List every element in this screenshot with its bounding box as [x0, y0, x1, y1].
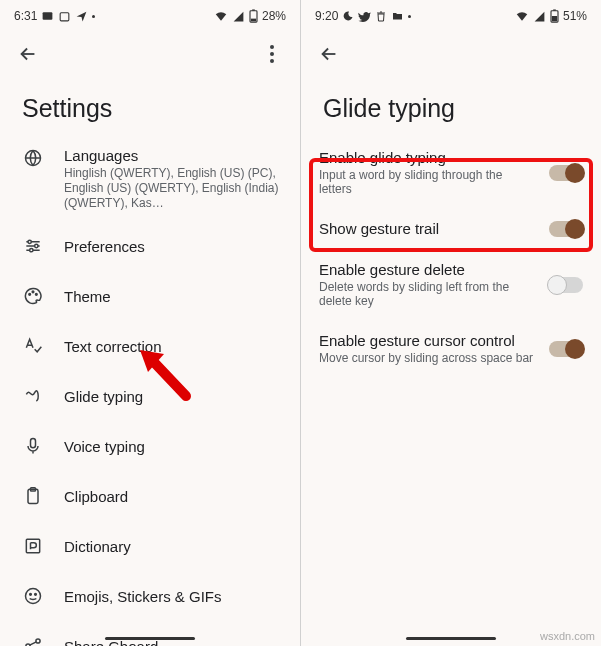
setting-gesture-delete[interactable]: Enable gesture delete Delete words by sl… [301, 249, 601, 320]
status-right: 28% [214, 9, 286, 23]
toolbar [301, 32, 601, 76]
dictionary-icon [22, 535, 44, 557]
svg-point-7 [270, 59, 274, 63]
globe-icon [22, 147, 44, 169]
svg-point-9 [28, 240, 31, 243]
signal-icon [232, 10, 245, 23]
svg-rect-29 [553, 9, 556, 10]
setting-title: Enable gesture delete [319, 261, 537, 278]
status-bar: 9:20 51% [301, 0, 601, 32]
page-title: Settings [0, 76, 300, 137]
setting-sub: Move cursor by sliding across space bar [319, 351, 537, 365]
status-right: 51% [515, 9, 587, 23]
sidebar-item-theme[interactable]: Theme [4, 271, 300, 321]
signal-icon [533, 10, 546, 23]
wifi-icon [214, 9, 228, 23]
mic-icon [22, 435, 44, 457]
spellcheck-icon [22, 335, 44, 357]
svg-rect-15 [31, 439, 36, 448]
status-left: 6:31 [14, 9, 95, 23]
svg-point-5 [270, 45, 274, 49]
item-title: Text correction [64, 338, 282, 355]
setting-title: Enable gesture cursor control [319, 332, 537, 349]
status-dot [92, 15, 95, 18]
nav-gesture-bar [406, 637, 496, 640]
item-title: Languages [64, 147, 282, 164]
gesture-icon [22, 385, 44, 407]
phone-right: 9:20 51% Glide typing Enable glide typin… [300, 0, 601, 646]
status-left: 9:20 [315, 9, 411, 23]
item-sub: Hinglish (QWERTY), English (US) (PC), En… [64, 166, 282, 211]
moon-icon [342, 10, 354, 22]
svg-point-21 [35, 594, 37, 596]
item-title: Preferences [64, 238, 282, 255]
toggle-cursor-control[interactable] [549, 341, 583, 357]
item-title: Theme [64, 288, 282, 305]
svg-point-14 [36, 294, 38, 296]
status-battery: 28% [262, 9, 286, 23]
svg-rect-4 [251, 19, 256, 22]
svg-point-12 [29, 294, 31, 296]
item-title: Dictionary [64, 538, 282, 555]
sidebar-item-text-correction[interactable]: Text correction [4, 321, 300, 371]
twitter-icon [358, 10, 371, 23]
emoji-icon [22, 585, 44, 607]
back-button[interactable] [12, 38, 44, 70]
svg-point-13 [32, 291, 34, 293]
folder-icon [391, 10, 404, 22]
setting-cursor-control[interactable]: Enable gesture cursor control Move curso… [301, 320, 601, 377]
svg-rect-1 [61, 12, 70, 20]
sliders-icon [22, 235, 44, 257]
sidebar-item-emojis[interactable]: Emojis, Stickers & GIFs [4, 571, 300, 621]
svg-point-6 [270, 52, 274, 56]
status-dot [408, 15, 411, 18]
calendar-icon [58, 10, 71, 23]
svg-point-19 [26, 589, 41, 604]
phone-left: 6:31 28% Settings Languages Hinglish (QW… [0, 0, 300, 646]
battery-icon [249, 9, 258, 23]
share-icon [22, 635, 44, 646]
watermark: wsxdn.com [540, 630, 595, 642]
svg-rect-3 [252, 9, 255, 10]
sidebar-item-preferences[interactable]: Preferences [4, 221, 300, 271]
annotation-highlight [309, 158, 593, 252]
status-bar: 6:31 28% [0, 0, 300, 32]
status-time: 9:20 [315, 9, 338, 23]
sidebar-item-languages[interactable]: Languages Hinglish (QWERTY), English (US… [4, 137, 300, 221]
svg-rect-18 [26, 539, 39, 552]
item-title: Glide typing [64, 388, 282, 405]
send-icon [75, 10, 88, 23]
nav-gesture-bar [105, 637, 195, 640]
back-button[interactable] [313, 38, 345, 70]
svg-point-10 [35, 244, 38, 247]
svg-point-20 [30, 594, 32, 596]
toolbar [0, 32, 300, 76]
svg-rect-0 [43, 12, 53, 20]
message-icon [41, 10, 54, 23]
toggle-gesture-delete[interactable] [549, 277, 583, 293]
status-battery: 51% [563, 9, 587, 23]
sidebar-item-voice-typing[interactable]: Voice typing [4, 421, 300, 471]
item-title: Emojis, Stickers & GIFs [64, 588, 282, 605]
svg-point-11 [30, 249, 33, 252]
sidebar-item-dictionary[interactable]: Dictionary [4, 521, 300, 571]
wifi-icon [515, 9, 529, 23]
settings-list: Languages Hinglish (QWERTY), English (US… [0, 137, 300, 646]
item-title: Clipboard [64, 488, 282, 505]
status-time: 6:31 [14, 9, 37, 23]
clipboard-icon [22, 485, 44, 507]
battery-icon [550, 9, 559, 23]
more-button[interactable] [256, 38, 288, 70]
setting-sub: Delete words by sliding left from the de… [319, 280, 537, 308]
svg-rect-30 [552, 16, 557, 21]
sidebar-item-share[interactable]: Share Gboard [4, 621, 300, 646]
palette-icon [22, 285, 44, 307]
item-title: Voice typing [64, 438, 282, 455]
trash-icon [375, 10, 387, 23]
sidebar-item-glide-typing[interactable]: Glide typing [4, 371, 300, 421]
sidebar-item-clipboard[interactable]: Clipboard [4, 471, 300, 521]
page-title: Glide typing [301, 76, 601, 137]
